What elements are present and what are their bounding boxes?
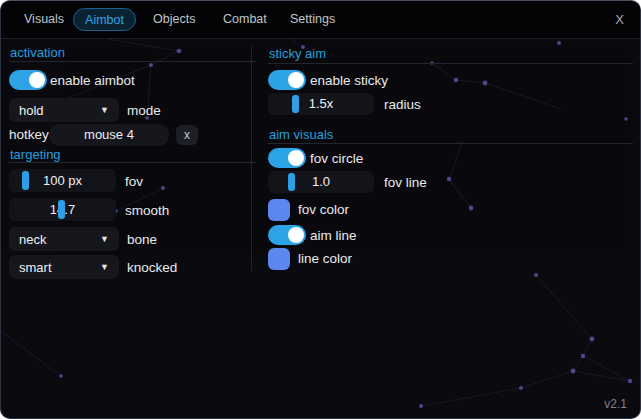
- column-divider: [251, 45, 252, 271]
- section-divider: [268, 143, 633, 144]
- section-title-targeting: targeting: [10, 147, 61, 162]
- tab-combat[interactable]: Combat: [223, 1, 267, 38]
- fov-line-slider[interactable]: 1.0: [268, 171, 374, 193]
- chevron-down-icon: ▼: [100, 234, 109, 244]
- bone-select[interactable]: neck ▼: [9, 227, 119, 251]
- aimbot-menu-window: Visuals Aimbot Objects Combat Settings X…: [0, 0, 641, 419]
- knocked-select[interactable]: smart ▼: [9, 255, 119, 279]
- line-color-label: line color: [298, 251, 352, 266]
- toggle-knob: [288, 227, 304, 243]
- close-icon[interactable]: X: [615, 1, 624, 38]
- toggle-knob: [29, 72, 45, 88]
- fov-label: fov: [125, 174, 143, 189]
- section-title-activation: activation: [10, 45, 65, 60]
- knocked-select-value: smart: [19, 260, 52, 275]
- tab-bar: Visuals Aimbot Objects Combat Settings X: [1, 1, 640, 39]
- section-divider: [268, 63, 633, 64]
- fov-line-slider-handle[interactable]: [288, 173, 295, 191]
- toggle-knob: [288, 150, 304, 166]
- radius-slider-value: 1.5x: [268, 93, 374, 115]
- fov-line-slider-value: 1.0: [268, 171, 374, 193]
- hotkey-input[interactable]: mouse 4: [49, 124, 169, 146]
- fov-color-swatch[interactable]: [268, 199, 290, 221]
- fov-slider[interactable]: 100 px: [9, 169, 116, 192]
- section-divider: [9, 162, 256, 163]
- enable-aimbot-toggle[interactable]: [9, 70, 47, 90]
- tab-objects[interactable]: Objects: [153, 1, 195, 38]
- radius-label: radius: [384, 97, 421, 112]
- fov-slider-handle[interactable]: [22, 171, 29, 190]
- chevron-down-icon: ▼: [100, 262, 109, 272]
- aim-line-label: aim line: [310, 228, 357, 243]
- enable-aimbot-label: enable aimbot: [50, 73, 135, 88]
- radius-slider[interactable]: 1.5x: [268, 93, 374, 115]
- fov-circle-label: fov circle: [310, 151, 363, 166]
- section-title-aim-visuals: aim visuals: [269, 127, 333, 142]
- section-divider: [9, 61, 256, 62]
- tab-visuals[interactable]: Visuals: [24, 1, 64, 38]
- tab-settings[interactable]: Settings: [290, 1, 335, 38]
- tab-aimbot[interactable]: Aimbot: [73, 8, 136, 31]
- bone-label: bone: [127, 232, 157, 247]
- aim-line-toggle[interactable]: [268, 225, 306, 245]
- fov-color-label: fov color: [298, 202, 349, 217]
- chevron-down-icon: ▼: [100, 105, 109, 115]
- knocked-label: knocked: [127, 260, 177, 275]
- section-title-sticky-aim: sticky aim: [269, 46, 326, 61]
- radius-slider-handle[interactable]: [292, 95, 299, 113]
- mode-label: mode: [127, 103, 161, 118]
- hotkey-clear-button[interactable]: x: [176, 125, 198, 145]
- smooth-slider[interactable]: 14.7: [9, 198, 116, 221]
- smooth-label: smooth: [125, 203, 169, 218]
- version-label: v2.1: [604, 397, 627, 411]
- smooth-slider-handle[interactable]: [58, 200, 65, 219]
- line-color-swatch[interactable]: [268, 248, 290, 270]
- enable-sticky-label: enable sticky: [310, 73, 388, 88]
- mode-select[interactable]: hold ▼: [9, 98, 119, 122]
- enable-sticky-toggle[interactable]: [268, 70, 306, 90]
- bone-select-value: neck: [19, 232, 46, 247]
- toggle-knob: [288, 72, 304, 88]
- fov-circle-toggle[interactable]: [268, 148, 306, 168]
- fov-line-label: fov line: [384, 175, 427, 190]
- mode-select-value: hold: [19, 103, 44, 118]
- hotkey-label: hotkey: [9, 127, 49, 142]
